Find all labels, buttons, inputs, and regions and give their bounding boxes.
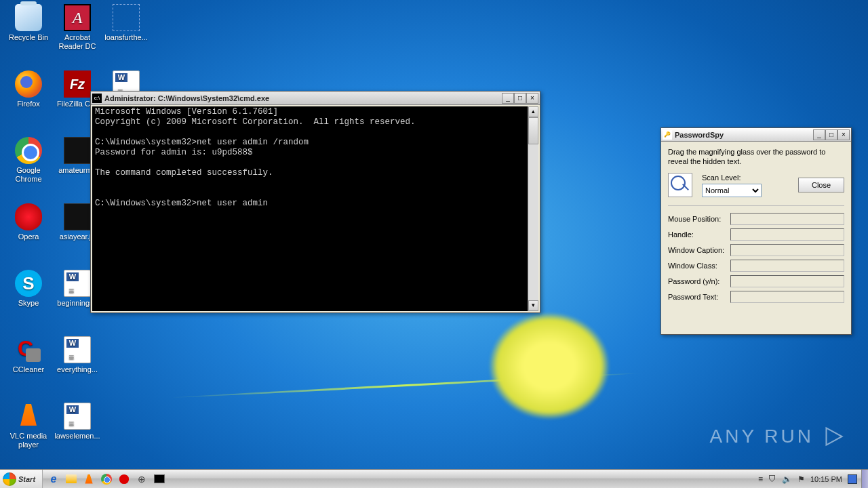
pspy-titlebar[interactable]: 🔑 PasswordSpy _ □ × [661, 128, 851, 142]
show-desktop-button[interactable] [861, 470, 868, 488]
cmd-body[interactable]: Microsoft Windows [Version 6.1.7601] Cop… [92, 106, 538, 311]
cmd-minimize-button[interactable]: _ [502, 93, 514, 104]
system-tray: ≡ ⛉ 🔉 ⚑ 10:15 PM [754, 470, 861, 488]
window-caption-label: Window Caption: [668, 246, 730, 254]
tray-shield-icon[interactable]: ⛉ [768, 474, 776, 484]
desktop-icon-firefox[interactable]: Firefox [4, 70, 53, 108]
password-yn-label: Password (y/n): [668, 277, 730, 285]
scroll-up-icon[interactable]: ▴ [528, 106, 538, 117]
password-text-field [730, 291, 844, 303]
tray-monitor-icon[interactable] [848, 474, 857, 484]
desktop-icon-vlc[interactable]: VLC media player [4, 403, 53, 449]
desktop-icon-acrobat[interactable]: AAcrobat Reader DC [53, 4, 102, 51]
taskbar[interactable]: Start e ⊕ ≡ ⛉ 🔉 ⚑ 10:15 PM [0, 469, 868, 488]
desktop-icon-opera[interactable]: Opera [4, 203, 53, 241]
scan-level-label: Scan Level: [702, 174, 789, 182]
cmd-icon: c:\ [92, 94, 102, 103]
pspy-body: Drag the magnifying glass over the passw… [661, 142, 851, 312]
cmd-scrollbar[interactable]: ▴ ▾ [528, 106, 538, 311]
divider [668, 205, 844, 206]
desktop-icon-loansfurthe[interactable]: loansfurthe... [102, 4, 151, 42]
pspy-instruction: Drag the magnifying glass over the passw… [668, 147, 844, 166]
start-label: Start [18, 475, 35, 483]
pspy-maximize-button[interactable]: □ [825, 129, 837, 140]
password-text-label: Password Text: [668, 293, 730, 301]
mouse-position-label: Mouse Position: [668, 215, 730, 223]
start-button[interactable]: Start [0, 470, 43, 488]
taskbar-clock[interactable]: 10:15 PM [810, 475, 842, 483]
mouse-position-field [730, 213, 844, 225]
magnifier-icon[interactable] [668, 173, 692, 197]
tray-flag-icon[interactable]: ⚑ [797, 474, 805, 484]
window-caption-field [730, 244, 844, 256]
ql-explorer-icon[interactable] [63, 472, 79, 487]
ql-opera-icon[interactable] [116, 472, 132, 487]
pspy-close-button[interactable]: × [837, 129, 850, 140]
scan-level-select[interactable]: Normal [702, 184, 762, 197]
window-class-field [730, 260, 844, 272]
desktop-icon-everything[interactable]: everything... [53, 336, 102, 374]
ql-magnify-icon[interactable]: ⊕ [134, 472, 150, 487]
handle-label: Handle: [668, 230, 730, 239]
window-cmd[interactable]: c:\ Administrator: C:\Windows\System32\c… [90, 91, 540, 313]
window-class-label: Window Class: [668, 262, 730, 270]
ql-cmd-icon[interactable] [151, 472, 167, 487]
ql-chrome-icon[interactable] [98, 472, 115, 487]
window-passwordspy[interactable]: 🔑 PasswordSpy _ □ × Drag the magnifying … [660, 127, 852, 335]
scroll-down-icon[interactable]: ▾ [528, 300, 538, 311]
desktop-icon-chrome[interactable]: Google Chrome [4, 137, 53, 184]
close-button[interactable]: Close [798, 178, 844, 192]
cmd-close-button[interactable]: × [526, 93, 538, 104]
desktop-icon-lawselemen[interactable]: lawselemen... [53, 403, 102, 441]
cmd-output: Microsoft Windows [Version 6.1.7601] Cop… [92, 106, 528, 311]
cmd-maximize-button[interactable]: □ [514, 93, 526, 104]
svg-marker-0 [827, 428, 842, 445]
password-yn-field [730, 275, 844, 287]
desktop-icon-skype[interactable]: SSkype [4, 270, 53, 308]
key-icon: 🔑 [663, 130, 672, 140]
cmd-title: Administrator: C:\Windows\System32\cmd.e… [104, 94, 502, 102]
handle-field [730, 228, 844, 241]
pspy-minimize-button[interactable]: _ [813, 129, 825, 140]
scroll-thumb[interactable] [528, 117, 538, 144]
windows-orb-icon [3, 472, 16, 486]
pspy-title: PasswordSpy [675, 131, 813, 139]
cmd-titlebar[interactable]: c:\ Administrator: C:\Windows\System32\c… [91, 92, 540, 105]
ql-vlc-icon[interactable] [81, 472, 97, 487]
desktop-icon-ccleaner[interactable]: CCleaner [4, 336, 53, 374]
ql-ie-icon[interactable]: e [45, 472, 62, 487]
quick-launch: e ⊕ [43, 470, 170, 488]
anyrun-watermark: ANY RUN [709, 422, 848, 451]
desktop-icon-recycle-bin[interactable]: Recycle Bin [4, 4, 53, 42]
tray-volume-icon[interactable]: 🔉 [782, 474, 792, 484]
tray-expand-icon[interactable]: ≡ [758, 474, 763, 484]
